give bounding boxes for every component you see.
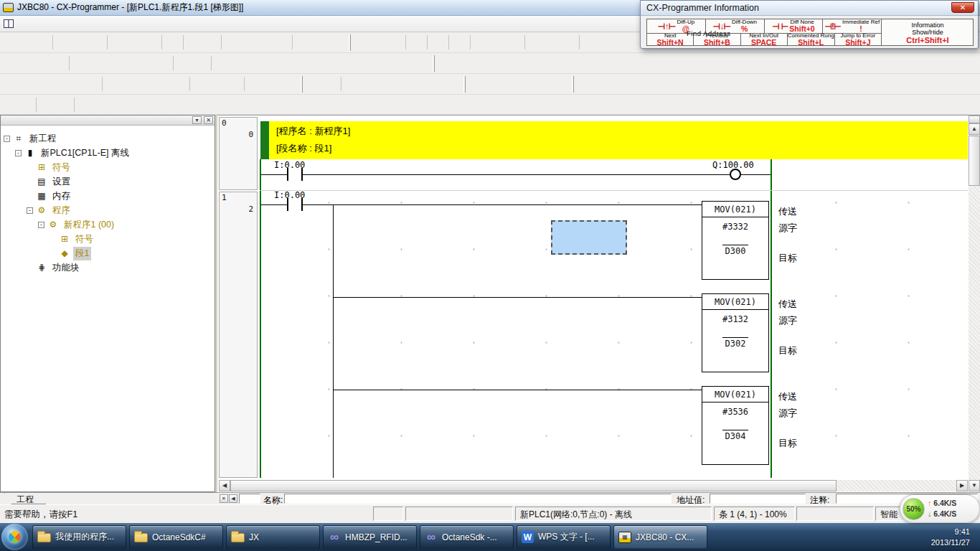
edit-force-2[interactable] <box>93 97 110 113</box>
instruction-source[interactable]: #3332 <box>702 222 768 232</box>
online-check[interactable] <box>534 76 551 92</box>
taskbar-wps[interactable]: W WPS 文字 - [... <box>517 525 611 549</box>
mov-instruction-2[interactable]: MOV(021) #3132 D302 <box>702 293 769 372</box>
tree-program-1[interactable]: - ⚙ 新程序1 (00) <box>1 217 215 232</box>
horizontal-scroll-thumb[interactable] <box>230 480 837 491</box>
menu-view[interactable] <box>44 22 57 26</box>
tree-settings[interactable]: ▤ 设置 <box>1 174 215 189</box>
start-button[interactable] <box>1 524 28 550</box>
tree-expander[interactable]: - <box>38 222 44 228</box>
force-on[interactable] <box>410 76 426 92</box>
scroll-down-button[interactable]: ▼ <box>969 480 980 491</box>
tree-memory[interactable]: ▦ 内存 <box>1 189 215 203</box>
tree-expander[interactable]: - <box>27 207 33 214</box>
st-tool-4[interactable] <box>692 76 709 92</box>
window-mnemonic[interactable] <box>489 34 506 50</box>
show-symbol-bar[interactable] <box>154 55 171 71</box>
menu-program[interactable] <box>83 22 95 26</box>
new-or-closed-contact[interactable] <box>280 55 296 71</box>
rung-1-margin[interactable]: 1 2 <box>219 192 258 478</box>
new-or-contact[interactable] <box>263 55 280 71</box>
taskbar-folder-programs[interactable]: 我使用的程序... <box>32 525 126 549</box>
view-mnemonics[interactable] <box>176 55 192 71</box>
monitor-window[interactable] <box>344 76 360 92</box>
new-closed-coil[interactable] <box>346 55 362 71</box>
redo[interactable] <box>202 34 219 50</box>
find[interactable] <box>224 34 240 50</box>
window-output[interactable] <box>50 76 67 92</box>
menu-window[interactable] <box>121 22 134 26</box>
compile-program[interactable] <box>354 34 370 50</box>
paste-special[interactable] <box>164 34 181 50</box>
taskbar-cxprogrammer[interactable]: ▦ JXBC80 - CX... <box>613 525 707 549</box>
window-diagram[interactable] <box>473 34 489 50</box>
popup-close-button[interactable]: ✕ <box>951 2 974 13</box>
instruction-destination[interactable]: D300 <box>702 246 768 256</box>
tree-section-1[interactable]: ◆ 段1 <box>1 246 215 260</box>
section-comment[interactable] <box>121 76 138 92</box>
paste[interactable] <box>143 34 159 50</box>
monitor-decimal[interactable] <box>192 76 209 92</box>
undo[interactable] <box>186 34 202 50</box>
instruction-source[interactable]: #3132 <box>702 314 768 324</box>
fb-library-2[interactable] <box>593 76 610 92</box>
compile-all[interactable] <box>370 34 387 50</box>
scroll-right-button[interactable]: ▶ <box>956 480 968 491</box>
open-file[interactable] <box>17 34 34 50</box>
monitor-data[interactable] <box>360 76 377 92</box>
indent-rung[interactable] <box>1 97 17 113</box>
tree-project[interactable]: - ⌗ 新工程 <box>1 131 215 146</box>
io-refresh[interactable] <box>438 55 454 71</box>
ladder-selection-cursor[interactable] <box>551 220 627 255</box>
scroll-split-box[interactable] <box>969 116 980 123</box>
zoom-out[interactable] <box>50 55 67 71</box>
keyboard-mapping[interactable] <box>582 34 598 50</box>
monitor-signed-decimal[interactable] <box>209 76 225 92</box>
instruction-destination[interactable]: D302 <box>702 339 768 349</box>
mov-instruction-3[interactable]: MOV(021) #3536 D304 <box>702 386 769 465</box>
find-next[interactable] <box>257 34 273 50</box>
zoom-normal[interactable] <box>1 55 17 71</box>
diff-list[interactable] <box>501 76 518 92</box>
mov-instruction-1[interactable]: MOV(021) #3332 D300 <box>702 201 769 280</box>
popup-titlebar[interactable]: CX-Programmer Information <box>641 1 978 16</box>
tab-project[interactable]: 工程 <box>4 493 46 504</box>
differential-trace[interactable] <box>280 76 296 92</box>
tree-program-symbols[interactable]: ⊞ 符号 <box>1 232 215 246</box>
memory-percent-ball[interactable]: 50% <box>903 498 925 520</box>
tree-expander[interactable]: - <box>15 150 22 156</box>
address-field[interactable] <box>710 494 806 504</box>
copy[interactable] <box>126 34 143 50</box>
workspace-close-button[interactable]: ✕ <box>204 116 213 124</box>
zoom-in[interactable] <box>34 55 50 71</box>
rung-0-margin[interactable]: 0 0 <box>219 117 258 190</box>
new-coil[interactable] <box>329 55 346 71</box>
section-insert[interactable] <box>138 76 154 92</box>
find-report[interactable] <box>55 34 72 50</box>
st-tool-1[interactable] <box>643 76 659 92</box>
restore-views[interactable] <box>1 76 17 92</box>
force-off[interactable] <box>426 76 443 92</box>
new-instruction[interactable] <box>362 55 379 71</box>
fields-close-button[interactable]: ✕ <box>220 494 228 503</box>
find-previous[interactable] <box>273 34 290 50</box>
st-tool-5[interactable] <box>709 76 725 92</box>
fb-library-1[interactable] <box>577 76 593 92</box>
tree-plc[interactable]: - ▮ 新PLC1[CP1L-E] 离线 <box>1 146 215 160</box>
tree-function-blocks[interactable]: ⋕ 功能块 <box>1 260 215 275</box>
context-help[interactable] <box>328 34 344 50</box>
help[interactable] <box>311 34 328 50</box>
taskbar-clock[interactable]: 9:41 2013/11/27 <box>931 527 970 547</box>
taskbar-vs-octanesdk[interactable]: ∞ OctaneSdk -... <box>420 525 514 549</box>
new-file[interactable] <box>1 34 17 50</box>
set-value-up[interactable] <box>247 76 263 92</box>
program-check[interactable] <box>430 34 446 50</box>
scroll-up-button[interactable]: ▲ <box>969 123 980 135</box>
new-block[interactable] <box>395 55 412 71</box>
align-list[interactable] <box>39 97 55 113</box>
st-tool-3[interactable] <box>676 76 692 92</box>
show-monitor-bar[interactable] <box>138 55 154 71</box>
menu-tools[interactable] <box>108 22 121 26</box>
monitor-3[interactable] <box>560 34 577 50</box>
show-comments[interactable] <box>88 55 105 71</box>
